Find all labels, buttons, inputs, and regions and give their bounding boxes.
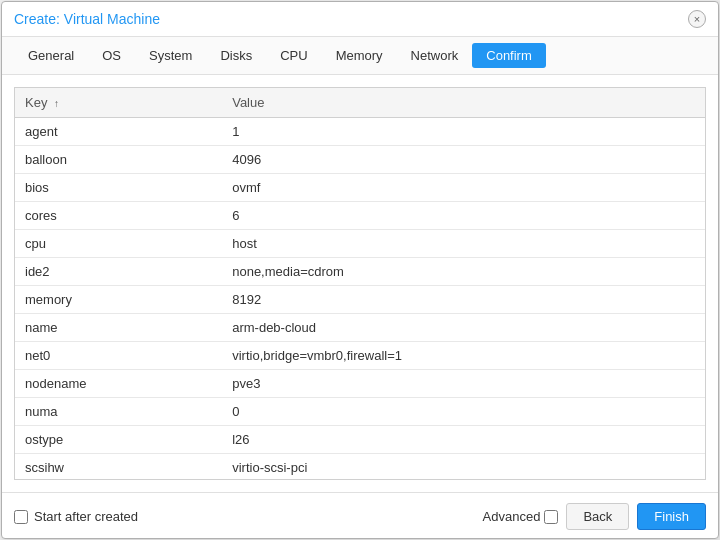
row-value: 0 bbox=[222, 398, 705, 426]
sort-arrow-icon: ↑ bbox=[54, 98, 59, 109]
table-row: cores6 bbox=[15, 202, 705, 230]
main-content: Key ↑ Value agent1balloon4096biosovmfcor… bbox=[2, 75, 718, 492]
table-row: namearm-deb-cloud bbox=[15, 314, 705, 342]
table-row: scsihwvirtio-scsi-pci bbox=[15, 454, 705, 481]
tab-bar: General OS System Disks CPU Memory Netwo… bbox=[2, 37, 718, 75]
advanced-label-text: Advanced bbox=[483, 509, 541, 524]
start-after-label: Start after created bbox=[34, 509, 138, 524]
footer: Start after created Advanced Back Finish bbox=[2, 492, 718, 538]
table-row: nodenamepve3 bbox=[15, 370, 705, 398]
row-value: 6 bbox=[222, 202, 705, 230]
tab-general[interactable]: General bbox=[14, 43, 88, 68]
table-row: cpuhost bbox=[15, 230, 705, 258]
row-value: 4096 bbox=[222, 146, 705, 174]
row-value: 8192 bbox=[222, 286, 705, 314]
row-key: scsihw bbox=[15, 454, 222, 481]
dialog-title: Create: Virtual Machine bbox=[14, 11, 160, 27]
row-value: virtio-scsi-pci bbox=[222, 454, 705, 481]
advanced-checkbox[interactable] bbox=[544, 510, 558, 524]
row-key: agent bbox=[15, 118, 222, 146]
table-row: biosovmf bbox=[15, 174, 705, 202]
table-row: agent1 bbox=[15, 118, 705, 146]
table-row: ide2none,media=cdrom bbox=[15, 258, 705, 286]
row-key: memory bbox=[15, 286, 222, 314]
row-key: cores bbox=[15, 202, 222, 230]
tab-cpu[interactable]: CPU bbox=[266, 43, 321, 68]
row-key: balloon bbox=[15, 146, 222, 174]
col-key-header[interactable]: Key ↑ bbox=[15, 88, 222, 118]
finish-button[interactable]: Finish bbox=[637, 503, 706, 530]
close-button[interactable]: × bbox=[688, 10, 706, 28]
row-value: 1 bbox=[222, 118, 705, 146]
create-vm-dialog: Create: Virtual Machine × General OS Sys… bbox=[1, 1, 719, 539]
back-button[interactable]: Back bbox=[566, 503, 629, 530]
row-value: host bbox=[222, 230, 705, 258]
title-bar: Create: Virtual Machine × bbox=[2, 2, 718, 37]
row-value: pve3 bbox=[222, 370, 705, 398]
row-key: cpu bbox=[15, 230, 222, 258]
tab-system[interactable]: System bbox=[135, 43, 206, 68]
row-key: numa bbox=[15, 398, 222, 426]
row-value: none,media=cdrom bbox=[222, 258, 705, 286]
table-row: ostypel26 bbox=[15, 426, 705, 454]
table-row: net0virtio,bridge=vmbr0,firewall=1 bbox=[15, 342, 705, 370]
row-key: name bbox=[15, 314, 222, 342]
table-row: numa0 bbox=[15, 398, 705, 426]
row-value: virtio,bridge=vmbr0,firewall=1 bbox=[222, 342, 705, 370]
tab-memory[interactable]: Memory bbox=[322, 43, 397, 68]
row-value: arm-deb-cloud bbox=[222, 314, 705, 342]
start-after-section: Start after created bbox=[14, 509, 138, 524]
config-table: Key ↑ Value agent1balloon4096biosovmfcor… bbox=[15, 88, 705, 480]
row-key: nodename bbox=[15, 370, 222, 398]
row-value: l26 bbox=[222, 426, 705, 454]
row-key: net0 bbox=[15, 342, 222, 370]
footer-right: Advanced Back Finish bbox=[483, 503, 706, 530]
start-after-checkbox[interactable] bbox=[14, 510, 28, 524]
row-key: ide2 bbox=[15, 258, 222, 286]
tab-confirm[interactable]: Confirm bbox=[472, 43, 546, 68]
tab-network[interactable]: Network bbox=[397, 43, 473, 68]
tab-os[interactable]: OS bbox=[88, 43, 135, 68]
row-key: ostype bbox=[15, 426, 222, 454]
row-key: bios bbox=[15, 174, 222, 202]
col-value-header: Value bbox=[222, 88, 705, 118]
advanced-section: Advanced bbox=[483, 509, 559, 524]
table-row: balloon4096 bbox=[15, 146, 705, 174]
tab-disks[interactable]: Disks bbox=[206, 43, 266, 68]
config-table-wrapper: Key ↑ Value agent1balloon4096biosovmfcor… bbox=[14, 87, 706, 480]
row-value: ovmf bbox=[222, 174, 705, 202]
table-row: memory8192 bbox=[15, 286, 705, 314]
